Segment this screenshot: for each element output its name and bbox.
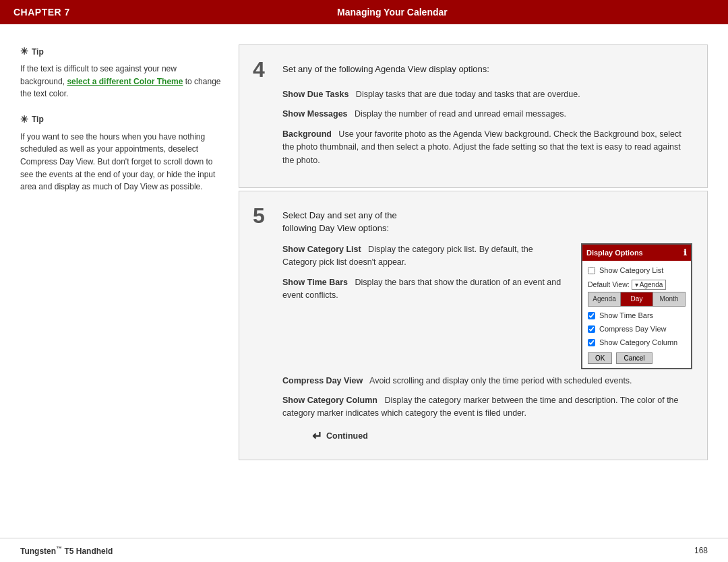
- footer-brand: Tungsten™ T5 Handheld: [20, 545, 113, 556]
- tip-1-header: ✳ Tip: [20, 44, 222, 59]
- footer-page-number: 168: [694, 546, 708, 555]
- content-area: 4 Set any of the following Agenda View d…: [239, 44, 708, 524]
- panel-show-category-column-row: Show Category Column: [588, 337, 686, 348]
- panel-body: Show Category List Default View: ▾ Agend…: [582, 261, 691, 367]
- panel-title: Display Options: [586, 247, 643, 259]
- step-5-intro: Select Day and set any of thefollowing D…: [282, 205, 397, 235]
- step-4-option-3: Background Use your favorite photo as th…: [282, 128, 692, 167]
- tip-1-text: If the text is difficult to see against …: [20, 63, 222, 100]
- panel-buttons: OK Cancel: [588, 352, 686, 364]
- panel-ok-button[interactable]: OK: [588, 352, 612, 364]
- step-4-option-3-title: Background: [282, 129, 332, 139]
- step-5-body: Show Category List Display the category …: [282, 243, 692, 446]
- main-content: ✳ Tip If the text is difficult to see ag…: [0, 24, 728, 538]
- step-5-option-3-text: Avoid scrolling and display only the tim…: [365, 376, 632, 385]
- step-4-option-2-text: Display the number of read and unread em…: [350, 109, 566, 119]
- step-4-option-1-text: Display tasks that are due today and tas…: [351, 90, 580, 99]
- continued-arrow-icon: ↵: [312, 427, 322, 446]
- step-4-header: 4 Set any of the following Agenda View d…: [253, 59, 692, 80]
- step-5-panel: Display Options ℹ Show Category List Def…: [581, 243, 692, 369]
- panel-show-time-bars-checkbox[interactable]: [588, 312, 595, 319]
- tip-1-link[interactable]: select a different Color Theme: [67, 77, 183, 86]
- panel-default-view-label: Default View:: [588, 280, 632, 288]
- step-5-option-4-title: Show Category Column: [282, 396, 377, 405]
- panel-default-view-row: Default View: ▾ Agenda: [588, 279, 686, 290]
- step-5-option-2: Show Time Bars Display the bars that sho…: [282, 276, 568, 303]
- step-4-box: 4 Set any of the following Agenda View d…: [239, 44, 708, 188]
- step-5-option-3: Compress Day View Avoid scrolling and di…: [282, 375, 692, 387]
- tip-2: ✳ Tip If you want to see the hours when …: [20, 113, 222, 193]
- display-options-panel: Display Options ℹ Show Category List Def…: [581, 243, 692, 369]
- continued: ↵ Continued: [312, 427, 692, 446]
- page-footer: Tungsten™ T5 Handheld 168: [0, 538, 728, 562]
- step-5-option-1-title: Show Category List: [282, 245, 361, 254]
- footer-suffix: Handheld: [76, 547, 113, 556]
- step-4-number: 4: [253, 59, 272, 80]
- step-4-body: Show Due Tasks Display tasks that are du…: [282, 88, 692, 167]
- tip-2-header: ✳ Tip: [20, 113, 222, 127]
- panel-show-time-bars-label: Show Time Bars: [599, 310, 653, 321]
- panel-cancel-button[interactable]: Cancel: [616, 352, 652, 364]
- step-5-option-2-title: Show Time Bars: [282, 278, 348, 287]
- page-header: CHAPTER 7 Managing Your Calendar: [0, 0, 728, 24]
- panel-tab-agenda[interactable]: Agenda: [588, 292, 621, 306]
- tip-star-icon: ✳: [20, 44, 28, 59]
- step-5-option-3-title: Compress Day View: [282, 376, 363, 385]
- panel-default-view-dropdown[interactable]: ▾ Agenda: [632, 280, 667, 290]
- step-5-option-1: Show Category List Display the category …: [282, 243, 568, 270]
- panel-compress-day-view-checkbox[interactable]: [588, 325, 595, 333]
- panel-show-category-list-label: Show Category List: [599, 265, 663, 276]
- tip-2-label: Tip: [32, 113, 44, 125]
- step-4-option-3-text: Use your favorite photo as the Agenda Vi…: [282, 129, 681, 165]
- chapter-title: Managing Your Calendar: [70, 7, 715, 18]
- tip-2-text: If you want to see the hours when you ha…: [20, 131, 222, 193]
- sidebar: ✳ Tip If the text is difficult to see ag…: [20, 44, 222, 524]
- step-5-option-4: Show Category Column Display the categor…: [282, 394, 692, 420]
- step-4-option-1-title: Show Due Tasks: [282, 90, 348, 99]
- panel-tab-month[interactable]: Month: [653, 292, 685, 306]
- panel-show-category-list-row: Show Category List: [588, 265, 686, 276]
- panel-show-category-column-checkbox[interactable]: [588, 339, 595, 346]
- continued-label: Continued: [326, 430, 368, 443]
- panel-tab-day[interactable]: Day: [621, 292, 653, 306]
- step-5-left: Show Category List Display the category …: [282, 243, 568, 309]
- tip-2-star-icon: ✳: [20, 113, 28, 127]
- step-4-option-2-title: Show Messages: [282, 109, 348, 119]
- panel-show-category-column-label: Show Category Column: [599, 337, 677, 348]
- chapter-label: CHAPTER 7: [13, 7, 70, 18]
- panel-info-icon: ℹ: [684, 247, 687, 259]
- step-5-header: 5 Select Day and set any of thefollowing…: [253, 205, 692, 235]
- panel-show-time-bars-row: Show Time Bars: [588, 310, 686, 321]
- step-4-option-2: Show Messages Display the number of read…: [282, 108, 692, 121]
- step-4-intro: Set any of the following Agenda View dis…: [282, 59, 489, 76]
- step-5-number: 5: [253, 205, 272, 226]
- step-4-option-1: Show Due Tasks Display tasks that are du…: [282, 88, 692, 101]
- panel-titlebar: Display Options ℹ: [582, 245, 691, 261]
- panel-compress-day-view-row: Compress Day View: [588, 323, 686, 335]
- tip-1-label: Tip: [32, 46, 44, 58]
- step-5-box: 5 Select Day and set any of thefollowing…: [239, 191, 708, 460]
- tip-1: ✳ Tip If the text is difficult to see ag…: [20, 44, 222, 100]
- step-5-content: Show Category List Display the category …: [282, 243, 692, 369]
- panel-compress-day-view-label: Compress Day View: [599, 323, 666, 335]
- panel-show-category-list-checkbox[interactable]: [588, 267, 595, 274]
- panel-tabs: Agenda Day Month: [588, 292, 686, 307]
